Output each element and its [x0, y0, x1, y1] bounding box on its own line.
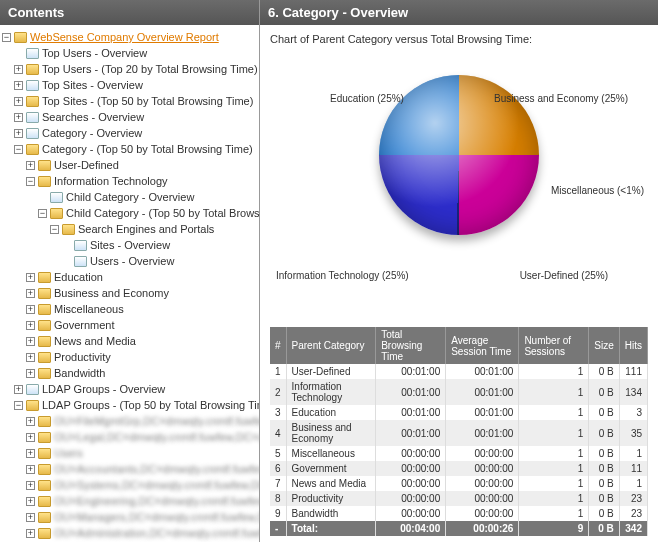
table-cell: 0 B: [589, 476, 619, 491]
tree-item[interactable]: +Top Users - (Top 20 by Total Browsing T…: [2, 61, 257, 77]
tree-item[interactable]: +Government: [2, 317, 257, 333]
tree-item[interactable]: +OU=Legal,DC=dmwqty.cnmtf.fuwfew,DC=com: [2, 429, 257, 445]
tree-item[interactable]: +Miscellaneous: [2, 301, 257, 317]
collapse-icon[interactable]: −: [2, 33, 11, 42]
expand-icon[interactable]: +: [26, 497, 35, 506]
tree-item[interactable]: +Education: [2, 269, 257, 285]
tree-item[interactable]: +Searches - Overview: [2, 109, 257, 125]
tree-item[interactable]: +User-Defined: [2, 157, 257, 173]
expand-icon[interactable]: +: [26, 529, 35, 538]
tree-item[interactable]: +OU=Systems,DC=dmwqty.cnmtf.fuwfew,DC=co…: [2, 477, 257, 493]
tree-item[interactable]: +Category - Overview: [2, 125, 257, 141]
chart-label: Business and Economy (25%): [494, 93, 628, 104]
contents-tree: − WebSense Company Overview Report Top U…: [0, 25, 259, 542]
expand-icon[interactable]: +: [14, 113, 23, 122]
tree-label: LDAP Groups - Overview: [42, 383, 165, 395]
tree-item[interactable]: Users - Overview: [2, 253, 257, 269]
folder-icon: [38, 336, 51, 347]
expand-icon[interactable]: +: [14, 65, 23, 74]
tree-item[interactable]: +LDAP Groups - Overview: [2, 381, 257, 397]
chart-label: User-Defined (25%): [520, 270, 608, 281]
expand-icon[interactable]: +: [26, 481, 35, 490]
tree-item[interactable]: −Search Engines and Portals: [2, 221, 257, 237]
tree-item[interactable]: +OU=Administration,DC=dmwqty.cnmtf.fuwfe…: [2, 525, 257, 541]
tree-label: Education: [54, 271, 103, 283]
collapse-icon[interactable]: −: [50, 225, 59, 234]
report-icon: [26, 384, 39, 395]
table-footer-cell: 0 B: [589, 521, 619, 536]
tree-item[interactable]: −LDAP Groups - (Top 50 by Total Browsing…: [2, 397, 257, 413]
expand-icon[interactable]: +: [26, 305, 35, 314]
table-cell: 00:00:00: [376, 491, 446, 506]
collapse-icon[interactable]: −: [38, 209, 47, 218]
collapse-icon[interactable]: −: [14, 401, 23, 410]
tree-item[interactable]: +Business and Economy: [2, 285, 257, 301]
tree-label: OU=Accountants,DC=dmwqty.cnmtf.fuwfew,DC…: [54, 463, 260, 475]
tree-item[interactable]: −Child Category - (Top 50 by Total Brows…: [2, 205, 257, 221]
tree-item[interactable]: −Information Technology: [2, 173, 257, 189]
tree-item[interactable]: +OU=FileMgmtGrp,DC=dmwqty.cnmtf.fuwfew,D…: [2, 413, 257, 429]
tree-item[interactable]: +Top Sites - (Top 50 by Total Browsing T…: [2, 93, 257, 109]
expand-icon[interactable]: +: [26, 433, 35, 442]
chart-label: Information Technology (25%): [276, 270, 409, 281]
collapse-icon[interactable]: −: [14, 145, 23, 154]
tree-item[interactable]: +OU=Managers,DC=dmwqty.cnmtf.fuwfew,DC=c…: [2, 509, 257, 525]
collapse-icon[interactable]: −: [26, 177, 35, 186]
col-header: Parent Category: [286, 327, 376, 364]
table-cell: 1: [519, 379, 589, 405]
expand-icon[interactable]: +: [26, 321, 35, 330]
tree-item[interactable]: +OU=Accountants,DC=dmwqty.cnmtf.fuwfew,D…: [2, 461, 257, 477]
expand-icon[interactable]: +: [26, 465, 35, 474]
tree-item[interactable]: +Productivity: [2, 349, 257, 365]
tree-label: Searches - Overview: [42, 111, 144, 123]
report-icon: [26, 112, 39, 123]
folder-icon: [38, 304, 51, 315]
tree-item[interactable]: Child Category - Overview: [2, 189, 257, 205]
expand-icon[interactable]: +: [26, 353, 35, 362]
chart-label: Miscellaneous (<1%): [551, 185, 644, 196]
folder-icon: [38, 464, 51, 475]
tree-item[interactable]: Top Users - Overview: [2, 45, 257, 61]
tree-label: OU=Managers,DC=dmwqty.cnmtf.fuwfew,DC=co…: [54, 511, 260, 523]
table-cell: 00:00:00: [446, 446, 519, 461]
table-cell: 11: [619, 461, 647, 476]
folder-icon: [38, 416, 51, 427]
tree-item[interactable]: Sites - Overview: [2, 237, 257, 253]
tree-root[interactable]: − WebSense Company Overview Report: [2, 29, 257, 45]
folder-icon: [38, 176, 51, 187]
folder-icon: [14, 32, 27, 43]
tree-item[interactable]: +Top Sites - Overview: [2, 77, 257, 93]
table-cell: 5: [270, 446, 286, 461]
table-cell: 7: [270, 476, 286, 491]
expand-icon[interactable]: +: [26, 337, 35, 346]
spacer: [14, 49, 23, 58]
tree-item[interactable]: −Category - (Top 50 by Total Browsing Ti…: [2, 141, 257, 157]
col-header: Average Session Time: [446, 327, 519, 364]
expand-icon[interactable]: +: [14, 129, 23, 138]
expand-icon[interactable]: +: [26, 161, 35, 170]
expand-icon[interactable]: +: [26, 273, 35, 282]
col-header: Total Browsing Time: [376, 327, 446, 364]
table-cell: 0 B: [589, 491, 619, 506]
report-icon: [26, 80, 39, 91]
tree-item[interactable]: +News and Media: [2, 333, 257, 349]
main-panel: 6. Category - Overview Chart of Parent C…: [260, 0, 658, 542]
expand-icon[interactable]: +: [26, 289, 35, 298]
tree-item[interactable]: +OU=Engineering,DC=dmwqty.cnmtf.fuwfew,D…: [2, 493, 257, 509]
table-row: 6Government00:00:0000:00:0010 B11: [270, 461, 648, 476]
tree-item[interactable]: +Bandwidth: [2, 365, 257, 381]
expand-icon[interactable]: +: [26, 449, 35, 458]
table-footer-cell: 00:00:26: [446, 521, 519, 536]
tree-item[interactable]: +Users: [2, 445, 257, 461]
expand-icon[interactable]: +: [26, 369, 35, 378]
expand-icon[interactable]: +: [14, 385, 23, 394]
report-icon: [50, 192, 63, 203]
expand-icon[interactable]: +: [26, 513, 35, 522]
folder-icon: [38, 480, 51, 491]
expand-icon[interactable]: +: [14, 97, 23, 106]
expand-icon[interactable]: +: [14, 81, 23, 90]
expand-icon[interactable]: +: [26, 417, 35, 426]
tree-label: Government: [54, 319, 115, 331]
folder-icon: [38, 448, 51, 459]
tree-label: Top Users - Overview: [42, 47, 147, 59]
